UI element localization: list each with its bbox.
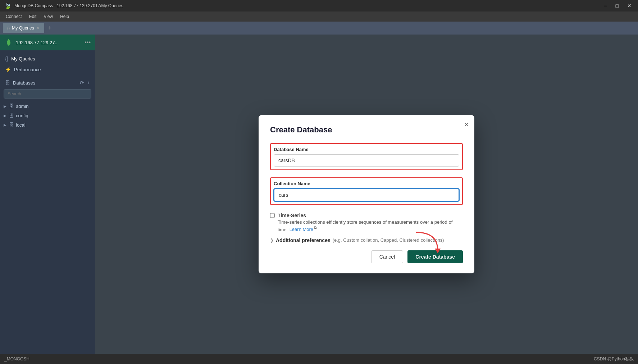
sidebar-item-label-performance: Performance: [14, 67, 41, 72]
collection-name-input[interactable]: [274, 188, 459, 201]
tab-bar: {} My Queries × +: [0, 22, 638, 35]
local-db-icon: 🗄: [9, 122, 14, 128]
additional-prefs-label: Additional preferences: [276, 237, 331, 243]
modal-overlay: × Create Database Database Name Collecti…: [95, 35, 638, 354]
tab-label: My Queries: [12, 26, 34, 31]
local-chevron-icon: ▶: [4, 123, 6, 127]
connection-menu-button[interactable]: •••: [85, 39, 91, 46]
databases-section-actions: ⟳ +: [80, 80, 90, 86]
databases-list: ▶ 🗄 admin ▶ 🗄 config ▶ 🗄 local: [0, 101, 95, 129]
my-queries-icon: {}: [5, 56, 8, 62]
search-input[interactable]: [4, 89, 91, 99]
collection-name-highlight: Collection Name: [270, 177, 463, 205]
refresh-databases-button[interactable]: ⟳: [80, 80, 84, 86]
database-name-input[interactable]: [274, 154, 459, 167]
prefs-chevron-icon: ❯: [270, 238, 274, 243]
modal-footer: Cancel Create Database: [270, 250, 463, 263]
sidebar-header: 192.168.77.129:27... •••: [0, 35, 95, 50]
learn-more-link[interactable]: Learn More: [290, 227, 313, 232]
sidebar-item-my-queries[interactable]: {} My Queries: [0, 53, 95, 64]
menu-connect[interactable]: Connect: [3, 13, 25, 21]
admin-chevron-icon: ▶: [4, 104, 6, 108]
create-database-modal: × Create Database Database Name Collecti…: [259, 115, 474, 273]
status-bar: _MONGOSH CSDN @Python私教: [0, 354, 638, 364]
sidebar: 192.168.77.129:27... ••• {} My Queries ⚡…: [0, 35, 95, 354]
title-bar-left: 🍃 MongoDB Compass - 192.168.77.129:27017…: [4, 3, 123, 9]
modal-title: Create Database: [270, 125, 463, 135]
databases-label: Databases: [13, 80, 35, 86]
config-chevron-icon: ▶: [4, 114, 6, 118]
database-item-admin[interactable]: ▶ 🗄 admin: [0, 101, 95, 111]
menu-bar: Connect Edit View Help: [0, 12, 638, 22]
admin-db-label: admin: [16, 104, 28, 109]
sidebar-item-label-my-queries: My Queries: [11, 56, 35, 62]
mongodb-logo: [4, 38, 13, 47]
database-name-group: Database Name: [270, 143, 463, 170]
admin-db-icon: 🗄: [9, 103, 14, 109]
external-link-icon: ⧉: [314, 226, 316, 229]
content-area: × Create Database Database Name Collecti…: [95, 35, 638, 354]
additional-preferences-toggle[interactable]: ❯ Additional preferences (e.g. Custom co…: [270, 237, 463, 243]
tab-icon: {}: [7, 26, 10, 30]
status-left: _MONGOSH: [4, 356, 29, 361]
database-item-local[interactable]: ▶ 🗄 local: [0, 120, 95, 129]
databases-icon: 🗄: [5, 80, 10, 86]
tab-my-queries[interactable]: {} My Queries ×: [3, 23, 44, 33]
databases-section-title: 🗄 Databases: [5, 80, 35, 86]
close-button[interactable]: ✕: [625, 2, 634, 9]
cancel-button[interactable]: Cancel: [371, 250, 404, 263]
new-tab-button[interactable]: +: [46, 24, 54, 32]
local-db-label: local: [16, 122, 26, 128]
time-series-content: Time-Series Time-series collections effi…: [278, 212, 463, 233]
title-bar-controls: − □ ✕: [602, 2, 634, 9]
config-db-label: config: [16, 113, 28, 118]
performance-icon: ⚡: [5, 67, 11, 72]
menu-view[interactable]: View: [41, 13, 56, 21]
sidebar-nav: {} My Queries ⚡ Performance: [0, 50, 95, 78]
config-db-icon: 🗄: [9, 113, 14, 118]
window-title: MongoDB Compass - 192.168.77.129:27017/M…: [14, 3, 123, 8]
time-series-label[interactable]: Time-Series: [278, 213, 306, 218]
database-item-config[interactable]: ▶ 🗄 config: [0, 111, 95, 120]
menu-edit[interactable]: Edit: [26, 13, 40, 21]
create-database-button[interactable]: Create Database: [407, 250, 463, 263]
database-name-highlight: Database Name: [270, 143, 463, 170]
databases-section-header: 🗄 Databases ⟳ +: [0, 78, 95, 88]
time-series-row: Time-Series Time-series collections effi…: [270, 212, 463, 233]
status-right: CSDN @Python私教: [594, 356, 634, 362]
title-bar: 🍃 MongoDB Compass - 192.168.77.129:27017…: [0, 0, 638, 12]
connection-label: 192.168.77.129:27...: [16, 40, 82, 45]
collection-name-group: Collection Name: [270, 177, 463, 205]
app-icon: 🍃: [4, 3, 12, 9]
modal-close-button[interactable]: ×: [464, 121, 469, 128]
menu-help[interactable]: Help: [57, 13, 72, 21]
additional-prefs-hint: (e.g. Custom collation, Capped, Clustere…: [333, 237, 444, 243]
time-series-description: Time-series collections efficiently stor…: [278, 219, 463, 233]
database-name-label: Database Name: [274, 147, 459, 152]
time-series-checkbox[interactable]: [270, 213, 275, 218]
tab-close-button[interactable]: ×: [36, 26, 40, 30]
add-database-button[interactable]: +: [87, 80, 90, 86]
sidebar-item-performance[interactable]: ⚡ Performance: [0, 64, 95, 75]
collection-name-label: Collection Name: [274, 181, 459, 186]
maximize-button[interactable]: □: [614, 2, 621, 9]
main-layout: 192.168.77.129:27... ••• {} My Queries ⚡…: [0, 35, 638, 354]
minimize-button[interactable]: −: [602, 2, 609, 9]
